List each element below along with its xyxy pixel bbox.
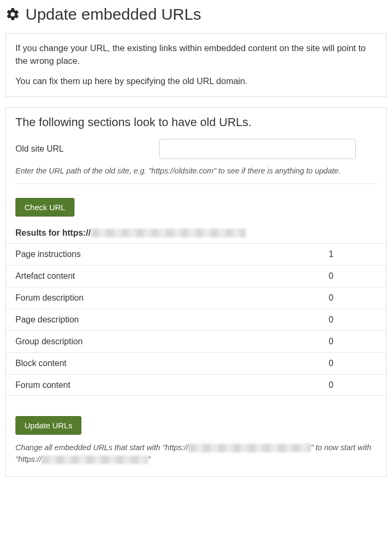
page-title: Update embedded URLs <box>5 5 387 23</box>
gear-icon <box>5 7 20 22</box>
table-row: Forum content0 <box>6 374 386 396</box>
result-label: Page instructions <box>15 250 81 259</box>
update-urls-button[interactable]: Update URLs <box>15 416 81 435</box>
result-label: Forum description <box>15 293 84 303</box>
table-row: Forum description0 <box>6 287 386 309</box>
result-label: Block content <box>15 359 66 368</box>
intro-paragraph-2: You can fix them up here by specifying t… <box>15 75 377 88</box>
result-count: 0 <box>329 271 377 281</box>
check-url-button[interactable]: Check URL <box>15 198 74 217</box>
table-row: Group description0 <box>6 330 386 352</box>
separator <box>15 184 377 184</box>
table-row: Page instructions1 <box>6 243 386 265</box>
old-url-row: Old site URL <box>15 139 377 159</box>
redacted-to-url <box>41 455 148 464</box>
intro-panel: If you change your URL, the existing lin… <box>5 33 387 97</box>
update-footnote: Change all embedded URLs that start with… <box>15 442 377 466</box>
page-title-text: Update embedded URLs <box>26 5 201 23</box>
table-row: Block content0 <box>6 352 386 374</box>
intro-paragraph-1: If you change your URL, the existing lin… <box>15 42 377 68</box>
redacted-from-url <box>188 444 311 452</box>
old-url-input[interactable] <box>159 139 356 159</box>
result-label: Forum content <box>15 380 70 390</box>
result-count: 0 <box>329 380 377 390</box>
result-count: 1 <box>329 250 377 259</box>
result-count: 0 <box>329 293 377 303</box>
result-count: 0 <box>329 337 377 346</box>
results-header-prefix: Results for https:// <box>15 228 90 238</box>
result-count: 0 <box>329 315 377 325</box>
old-url-help: Enter the URL path of the old site, e.g.… <box>15 165 377 176</box>
section-heading: The following sections look to have old … <box>6 108 386 139</box>
table-row: Page description0 <box>6 309 386 330</box>
result-label: Page description <box>15 315 79 325</box>
footnote-prefix: Change all embedded URLs that start with… <box>15 443 188 452</box>
footnote-suffix: " <box>148 455 151 463</box>
redacted-url <box>91 229 246 237</box>
result-count: 0 <box>329 359 377 368</box>
result-label: Artefact content <box>15 271 75 281</box>
main-panel: The following sections look to have old … <box>5 107 387 477</box>
result-label: Group description <box>15 337 82 346</box>
results-table: Page instructions1Artefact content0Forum… <box>6 243 386 396</box>
results-header: Results for https:// <box>15 217 377 243</box>
old-url-label: Old site URL <box>15 144 148 154</box>
table-row: Artefact content0 <box>6 265 386 287</box>
